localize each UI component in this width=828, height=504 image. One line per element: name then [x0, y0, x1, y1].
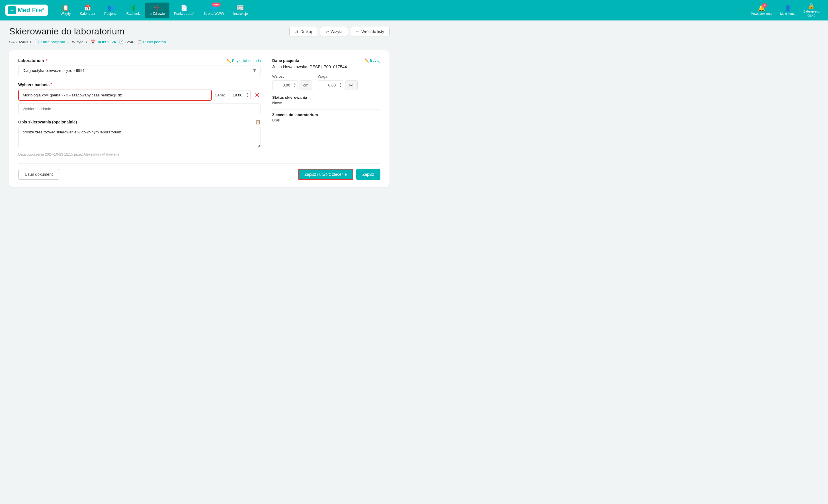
cena-up-arrow-icon[interactable]: ▲	[246, 92, 249, 95]
opis-label-row: Opis skierowania (opcjonalnie) 📋	[18, 119, 261, 125]
nav-item-instrukcje[interactable]: 📰 Instrukcje	[229, 3, 252, 18]
nav-item-rachunki[interactable]: 💲 Rachunki	[122, 3, 145, 18]
card-left: Laboratorium * ✏️ Edytuj laboratoria Dia…	[18, 58, 261, 156]
lab-select[interactable]: Diagnostyka pierwsze piętro - 9991	[18, 65, 261, 76]
edit-lab-link[interactable]: ✏️ Edytuj laboratoria	[226, 58, 261, 63]
badanie-placeholder-input[interactable]	[18, 103, 261, 114]
back-arrow-list-icon: ↩	[356, 29, 360, 34]
status-section: Status skierowania Nowe	[272, 95, 380, 105]
page-title: Skierowanie do laboratorium	[9, 26, 125, 37]
main-card: Laboratorium * ✏️ Edytuj laboratoria Dia…	[9, 50, 389, 187]
waga-input-wrap: ▲ ▼ kg	[318, 80, 358, 90]
badanie-input[interactable]	[18, 90, 212, 101]
nav-items: 📋 Wizyty 📅 Kalendarz 👥 Pacjenci 💲 Rachun…	[56, 3, 747, 18]
waga-group: Waga ▲ ▼ kg	[318, 74, 358, 90]
waga-down-icon[interactable]: ▼	[339, 85, 342, 88]
divider	[272, 109, 380, 110]
print-button[interactable]: 🖨 Drukuj	[289, 27, 317, 36]
meta-date: 📅 04 lis 2024	[90, 40, 116, 44]
visit-button[interactable]: ↩ Wizyta	[320, 27, 348, 36]
waga-unit: kg	[345, 80, 358, 90]
punkt-pobran-icon: 📄	[180, 5, 188, 10]
meta-time: 🕐 12:40	[119, 40, 134, 44]
back-to-list-button[interactable]: ↩ Wróć do listy	[351, 27, 389, 36]
card-body: Laboratorium * ✏️ Edytuj laboratoria Dia…	[18, 58, 380, 156]
zlecenie-section: Zlecenie do laboratorium Brak	[272, 112, 380, 122]
page-meta: SR/2024/301 📄 Karta pacjenta · Wizyta 3.…	[9, 40, 389, 44]
wizyty-icon: 📋	[62, 5, 69, 10]
patient-card-icon: 📄	[35, 40, 39, 44]
cena-down-arrow-icon[interactable]: ▼	[246, 95, 249, 98]
laboratorium-field-label: Laboratorium * ✏️ Edytuj laboratoria	[18, 58, 261, 63]
opis-textarea[interactable]: proszę zrealizować skierowanie w dowolny…	[18, 127, 261, 147]
page-content: Skierowanie do laboratorium 🖨 Drukuj ↩ W…	[0, 20, 399, 196]
waga-up-icon[interactable]: ▲	[339, 83, 342, 85]
nav-item-kalendarz[interactable]: 📅 Kalendarz	[75, 3, 100, 18]
logo[interactable]: + Med File®	[5, 5, 48, 16]
delete-button[interactable]: Usuń dokument	[18, 169, 59, 180]
page-title-row: Skierowanie do laboratorium 🖨 Drukuj ↩ W…	[9, 26, 389, 37]
page-actions: 🖨 Drukuj ↩ Wizyta ↩ Wróć do listy	[289, 27, 389, 36]
nav-item-zabezpiecz[interactable]: 🔒 Zabezpiecz 09:42	[800, 1, 823, 19]
meta-id: SR/2024/301	[9, 40, 32, 44]
wzrost-up-icon[interactable]: ▲	[294, 83, 296, 85]
nav-item-punkt-pobran[interactable]: 📄 Punkt pobrań	[169, 3, 199, 18]
nav-item-wizyty[interactable]: 📋 Wizyty	[56, 3, 75, 18]
nav-item-strona-www[interactable]: 🌐 NEW Strona WWW	[199, 3, 229, 18]
punkt-icon: 📋	[137, 40, 142, 44]
e-zdrowie-icon: ➕	[154, 5, 161, 10]
nav-item-pacjenci[interactable]: 👥 Pacjenci	[100, 3, 122, 18]
instrukcje-icon: 📰	[237, 5, 244, 10]
meta-punkt-link[interactable]: 📋 Punkt pobrań	[137, 40, 166, 44]
pacjenci-icon: 👥	[107, 5, 115, 10]
meta-visit: Wizyta 3.	[72, 40, 88, 44]
created-info: Data utworzenia 2024-10-23 12:15 przez A…	[18, 152, 261, 156]
wzrost-unit: cm	[299, 80, 312, 90]
save-button[interactable]: Zapisz	[356, 169, 380, 180]
calendar-icon: 📅	[90, 40, 95, 44]
zabezpiecz-icon: 🔒	[808, 3, 815, 9]
nav-item-powiadomienia[interactable]: 🔔 1 Powiadomienia	[747, 4, 776, 17]
new-badge: NEW	[212, 3, 221, 6]
edit-lab-icon: ✏️	[226, 58, 231, 63]
back-arrow-visit-icon: ↩	[325, 29, 329, 34]
edit-patient-link[interactable]: ✏️ Edytuj	[365, 58, 380, 62]
nav-item-moje-konto[interactable]: 👤 Moje konto	[777, 4, 799, 17]
powiadomienia-badge: 1	[762, 3, 767, 8]
remove-badanie-button[interactable]: ✕	[253, 92, 261, 98]
right-header: Dane pacjenta ✏️ Edytuj	[272, 58, 380, 63]
rachunki-icon: 💲	[130, 5, 137, 10]
clock-icon: 🕐	[119, 40, 124, 44]
print-icon: 🖨	[295, 29, 299, 34]
wzrost-group: Wzrost ▲ ▼ cm	[272, 74, 312, 90]
moje-konto-icon: 👤	[784, 5, 791, 11]
wzrost-down-icon[interactable]: ▼	[294, 85, 296, 88]
footer-right: Zapisz i utwórz zlecenie Zapisz	[298, 169, 380, 180]
badanie-input-wrap	[18, 90, 212, 101]
nav-right: 🔔 1 Powiadomienia 👤 Moje konto 🔒 Zabezpi…	[747, 1, 823, 19]
save-and-create-order-button[interactable]: Zapisz i utwórz zlecenie	[298, 169, 354, 180]
badania-label-row: Wybierz badania *	[18, 82, 261, 87]
card-footer: Usuń dokument Zapisz i utwórz zlecenie Z…	[18, 163, 380, 180]
badanie-row: Cena: ▲ ▼ ✕	[18, 90, 261, 101]
logo-text: Med File®	[18, 6, 44, 14]
opis-icon: 📋	[255, 119, 261, 125]
edit-patient-icon: ✏️	[365, 58, 369, 62]
navbar: + Med File® 📋 Wizyty 📅 Kalendarz 👥 Pacje…	[0, 0, 828, 20]
wzrost-input-wrap: ▲ ▼ cm	[272, 80, 312, 90]
metrics-row: Wzrost ▲ ▼ cm	[272, 74, 380, 90]
nav-item-e-zdrowie[interactable]: ➕ e-Zdrowie	[145, 3, 169, 18]
lab-select-wrap: Diagnostyka pierwsze piętro - 9991 ▼	[18, 65, 261, 76]
meta-patient-card-link[interactable]: 📄 Karta pacjenta	[35, 40, 65, 44]
kalendarz-icon: 📅	[84, 5, 91, 10]
patient-name: Julita Nowakowska, PESEL 70010175441	[272, 64, 380, 69]
cena-input-wrap: ▲ ▼	[228, 90, 251, 100]
logo-cross-icon: +	[8, 6, 16, 14]
card-right: Dane pacjenta ✏️ Edytuj Julita Nowakowsk…	[272, 58, 380, 156]
